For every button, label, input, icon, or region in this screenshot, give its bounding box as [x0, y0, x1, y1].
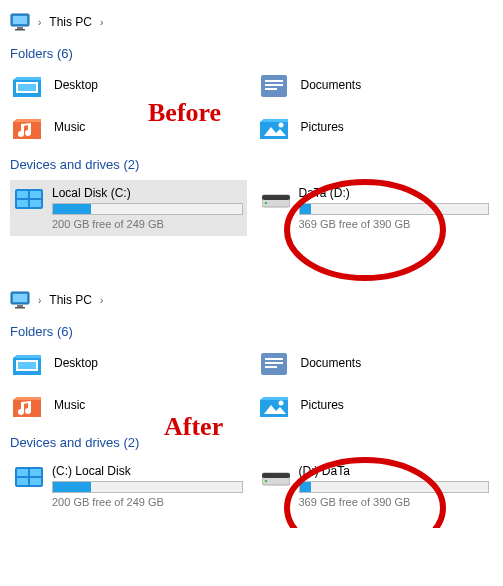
drive-usage-bar — [299, 203, 490, 215]
folders-header[interactable]: Folders (6) — [10, 46, 493, 61]
chevron-right-icon[interactable]: › — [38, 295, 41, 306]
folder-label: Music — [54, 120, 85, 134]
breadcrumb[interactable]: › This PC › — [10, 8, 493, 42]
folder-label: Music — [54, 398, 85, 412]
drive-usage-bar — [52, 203, 243, 215]
drive-usage-bar — [52, 481, 243, 493]
folder-pictures[interactable]: Pictures — [257, 111, 494, 143]
folder-label: Desktop — [54, 356, 98, 370]
drives-header[interactable]: Devices and drives (2) — [10, 157, 493, 172]
drive-name: DaTa (D:) — [299, 186, 490, 200]
desktop-icon — [10, 349, 44, 377]
music-icon — [10, 391, 44, 419]
drive-name: Local Disk (C:) — [52, 186, 243, 200]
documents-icon — [257, 71, 291, 99]
drive-name: (C:) Local Disk — [52, 464, 243, 478]
pictures-icon — [257, 113, 291, 141]
folder-label: Desktop — [54, 78, 98, 92]
chevron-right-icon[interactable]: › — [100, 17, 103, 28]
system-drive-icon — [14, 188, 44, 210]
desktop-icon — [10, 71, 44, 99]
drive-status: 200 GB free of 249 GB — [52, 496, 243, 508]
folder-label: Pictures — [301, 398, 344, 412]
chevron-right-icon[interactable]: › — [38, 17, 41, 28]
explorer-pane-before: › This PC › Folders (6) Desktop Document… — [0, 0, 503, 250]
drive-d[interactable]: (D:) DaTa 369 GB free of 390 GB — [257, 458, 494, 514]
breadcrumb-label[interactable]: This PC — [49, 293, 92, 307]
folder-pictures[interactable]: Pictures — [257, 389, 494, 421]
music-icon — [10, 113, 44, 141]
drive-d[interactable]: DaTa (D:) 369 GB free of 390 GB — [257, 180, 494, 236]
drive-c[interactable]: (C:) Local Disk 200 GB free of 249 GB — [10, 458, 247, 514]
folder-documents[interactable]: Documents — [257, 347, 494, 379]
folder-label: Pictures — [301, 120, 344, 134]
folder-music[interactable]: Music — [10, 389, 247, 421]
drive-status: 369 GB free of 390 GB — [299, 496, 490, 508]
folder-documents[interactable]: Documents — [257, 69, 494, 101]
drive-name: (D:) DaTa — [299, 464, 490, 478]
this-pc-icon — [10, 12, 30, 32]
disk-drive-icon — [261, 466, 291, 488]
disk-drive-icon — [261, 188, 291, 210]
folder-desktop[interactable]: Desktop — [10, 347, 247, 379]
drive-status: 200 GB free of 249 GB — [52, 218, 243, 230]
breadcrumb-label[interactable]: This PC — [49, 15, 92, 29]
drive-c[interactable]: Local Disk (C:) 200 GB free of 249 GB — [10, 180, 247, 236]
chevron-right-icon[interactable]: › — [100, 295, 103, 306]
folder-desktop[interactable]: Desktop — [10, 69, 247, 101]
drive-usage-bar — [299, 481, 490, 493]
folder-music[interactable]: Music — [10, 111, 247, 143]
drives-header[interactable]: Devices and drives (2) — [10, 435, 493, 450]
system-drive-icon — [14, 466, 44, 488]
drive-status: 369 GB free of 390 GB — [299, 218, 490, 230]
pictures-icon — [257, 391, 291, 419]
this-pc-icon — [10, 290, 30, 310]
folder-label: Documents — [301, 78, 362, 92]
explorer-pane-after: › This PC › Folders (6) Desktop Document… — [0, 278, 503, 528]
breadcrumb[interactable]: › This PC › — [10, 286, 493, 320]
folders-header[interactable]: Folders (6) — [10, 324, 493, 339]
folder-label: Documents — [301, 356, 362, 370]
documents-icon — [257, 349, 291, 377]
